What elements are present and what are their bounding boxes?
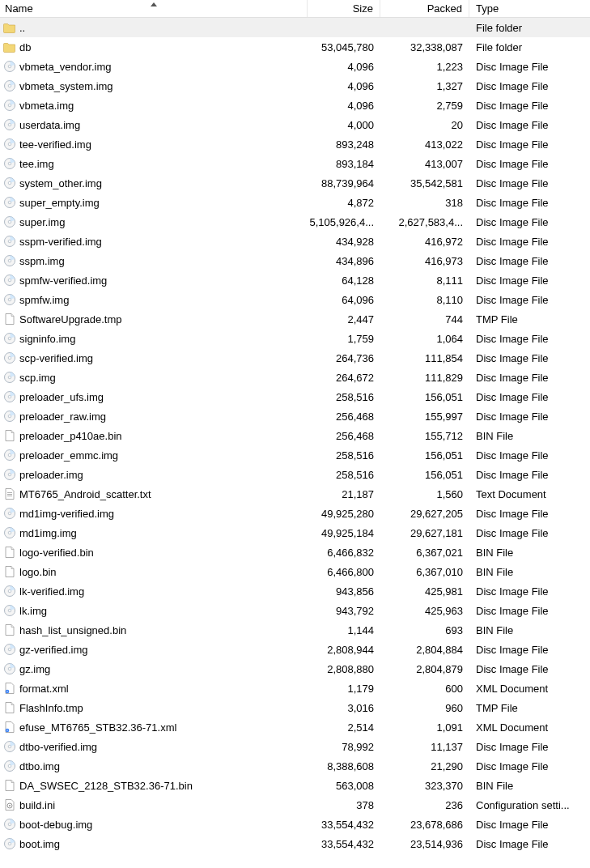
- file-row[interactable]: tee.img893,184413,007Disc Image File: [0, 154, 590, 173]
- file-row[interactable]: signinfo.img1,7591,064Disc Image File: [0, 329, 590, 348]
- disc-icon: [3, 390, 16, 403]
- cell-size: 264,736: [308, 352, 380, 364]
- file-name-label: boot.img: [19, 838, 60, 850]
- file-row[interactable]: db53,045,78032,338,087File folder: [0, 37, 590, 57]
- cell-size: 4,096: [308, 80, 380, 92]
- file-row[interactable]: md1img-verified.img49,925,28029,627,205D…: [0, 504, 590, 523]
- file-name-label: userdata.img: [19, 119, 80, 131]
- file-row[interactable]: userdata.img4,00020Disc Image File: [0, 115, 590, 134]
- file-row[interactable]: system_other.img88,739,96435,542,581Disc…: [0, 173, 590, 193]
- file-row[interactable]: preloader_ufs.img258,516156,051Disc Imag…: [0, 387, 590, 406]
- cell-packed: 21,290: [380, 760, 469, 772]
- svg-point-61: [9, 805, 11, 806]
- file-row[interactable]: FlashInfo.tmp3,016960TMP File: [0, 698, 590, 717]
- column-header-size[interactable]: Size: [308, 0, 380, 17]
- cell-size: 258,516: [308, 469, 380, 481]
- file-row[interactable]: ..File folder: [0, 18, 590, 37]
- cell-size: 1,179: [308, 683, 380, 695]
- cell-type: TMP File: [469, 702, 590, 714]
- cell-size: 49,925,280: [308, 508, 380, 520]
- file-row[interactable]: vbmeta_vendor.img4,0961,223Disc Image Fi…: [0, 57, 590, 76]
- column-header-packed[interactable]: Packed: [380, 0, 469, 17]
- cell-packed: 156,051: [380, 391, 469, 403]
- disc-icon: [3, 215, 16, 228]
- file-name-label: system_other.img: [19, 177, 102, 189]
- disc-icon: [3, 293, 16, 306]
- column-header-name[interactable]: Name: [0, 0, 308, 17]
- cell-type: BIN File: [469, 566, 590, 578]
- file-name-label: boot-debug.img: [19, 819, 92, 831]
- file-row[interactable]: preloader_emmc.img258,516156,051Disc Ima…: [0, 445, 590, 465]
- file-row[interactable]: gz-verified.img2,808,9442,804,884Disc Im…: [0, 640, 590, 659]
- cell-name: db: [0, 40, 308, 53]
- cell-name: preloader_raw.img: [0, 410, 308, 423]
- file-name-label: hash_list_unsigned.bin: [19, 624, 126, 636]
- column-header-type[interactable]: Type: [469, 0, 590, 17]
- file-row[interactable]: vbmeta_system.img4,0961,327Disc Image Fi…: [0, 76, 590, 96]
- file-row[interactable]: vbmeta.img4,0962,759Disc Image File: [0, 96, 590, 115]
- cell-type: BIN File: [469, 624, 590, 636]
- cell-packed: 2,804,879: [380, 663, 469, 675]
- cell-size: 33,554,432: [308, 819, 380, 831]
- cell-size: 88,739,964: [308, 177, 380, 189]
- disc-icon: [3, 157, 16, 170]
- file-row[interactable]: boot.img33,554,43223,514,936Disc Image F…: [0, 834, 590, 853]
- file-row[interactable]: spmfw.img64,0968,110Disc Image File: [0, 290, 590, 309]
- file-row[interactable]: hash_list_unsigned.bin1,144693BIN File: [0, 620, 590, 640]
- file-row[interactable]: lk.img943,792425,963Disc Image File: [0, 601, 590, 620]
- file-row[interactable]: md1img.img49,925,18429,627,181Disc Image…: [0, 523, 590, 542]
- file-name-label: preloader_emmc.img: [19, 449, 118, 462]
- cell-size: 2,514: [308, 721, 380, 734]
- cell-name: md1img-verified.img: [0, 507, 308, 520]
- file-row[interactable]: xformat.xml1,179600XML Document: [0, 679, 590, 698]
- cell-packed: 8,110: [380, 294, 469, 306]
- file-row[interactable]: preloader_p410ae.bin256,468155,712BIN Fi…: [0, 426, 590, 445]
- xml-icon: x: [3, 721, 16, 734]
- file-row[interactable]: gz.img2,808,8802,804,879Disc Image File: [0, 659, 590, 679]
- file-row[interactable]: xefuse_MT6765_STB32.36-71.xml2,5141,091X…: [0, 717, 590, 737]
- cell-name: gz-verified.img: [0, 643, 308, 656]
- file-row[interactable]: logo-verified.bin6,466,8326,367,021BIN F…: [0, 542, 590, 562]
- file-row[interactable]: tee-verified.img893,248413,022Disc Image…: [0, 134, 590, 154]
- file-name-label: dtbo-verified.img: [19, 741, 97, 753]
- file-row[interactable]: sspm.img434,896416,973Disc Image File: [0, 251, 590, 270]
- file-row[interactable]: dtbo.img8,388,60821,290Disc Image File: [0, 756, 590, 776]
- cell-name: tee.img: [0, 157, 308, 170]
- file-row[interactable]: MT6765_Android_scatter.txt21,1871,560Tex…: [0, 484, 590, 504]
- cell-name: tee-verified.img: [0, 138, 308, 151]
- file-row[interactable]: preloader.img258,516156,051Disc Image Fi…: [0, 465, 590, 484]
- cell-size: 434,896: [308, 255, 380, 267]
- cell-type: Disc Image File: [469, 255, 590, 267]
- file-name-label: preloader.img: [19, 469, 83, 481]
- cell-packed: 111,854: [380, 352, 469, 364]
- cell-packed: 155,712: [380, 430, 469, 442]
- file-row[interactable]: scp.img264,672111,829Disc Image File: [0, 368, 590, 387]
- cell-packed: 1,091: [380, 721, 469, 734]
- file-row[interactable]: scp-verified.img264,736111,854Disc Image…: [0, 348, 590, 368]
- file-row[interactable]: SoftwareUpgrade.tmp2,447744TMP File: [0, 309, 590, 329]
- cell-packed: 6,367,021: [380, 547, 469, 559]
- file-row[interactable]: sspm-verified.img434,928416,972Disc Imag…: [0, 232, 590, 251]
- file-row[interactable]: dtbo-verified.img78,99211,137Disc Image …: [0, 737, 590, 756]
- file-row[interactable]: build.ini378236Configuration setti...: [0, 795, 590, 815]
- cell-name: boot-debug.img: [0, 818, 308, 831]
- cell-packed: 600: [380, 683, 469, 695]
- cell-name: signinfo.img: [0, 332, 308, 345]
- file-row[interactable]: lk-verified.img943,856425,981Disc Image …: [0, 581, 590, 601]
- cell-packed: 236: [380, 799, 469, 811]
- file-row[interactable]: super_empty.img4,872318Disc Image File: [0, 193, 590, 212]
- file-row[interactable]: preloader_raw.img256,468155,997Disc Imag…: [0, 406, 590, 426]
- file-name-label: preloader_raw.img: [19, 411, 106, 423]
- cell-type: Disc Image File: [469, 644, 590, 656]
- file-row[interactable]: super.img5,105,926,4...2,627,583,4...Dis…: [0, 212, 590, 232]
- cell-name: boot.img: [0, 837, 308, 850]
- file-row[interactable]: spmfw-verified.img64,1288,111Disc Image …: [0, 270, 590, 290]
- cell-size: 2,808,880: [308, 663, 380, 675]
- disc-icon: [3, 507, 16, 520]
- file-row[interactable]: logo.bin6,466,8006,367,010BIN File: [0, 562, 590, 581]
- cell-size: 264,672: [308, 372, 380, 384]
- cell-packed: 35,542,581: [380, 177, 469, 189]
- file-row[interactable]: boot-debug.img33,554,43223,678,686Disc I…: [0, 815, 590, 834]
- file-icon: [3, 313, 16, 326]
- file-row[interactable]: DA_SWSEC_2128_STB32.36-71.bin563,008323,…: [0, 776, 590, 795]
